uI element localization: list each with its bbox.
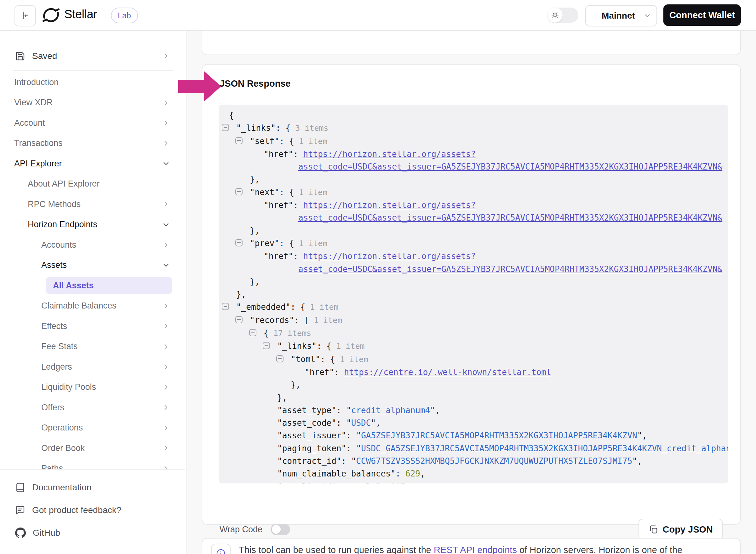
json-token: "href" <box>264 201 293 210</box>
chevron-right-icon <box>162 302 170 310</box>
json-link[interactable]: https://centre.io/.well-known/stellar.to… <box>344 368 551 377</box>
json-token: }, <box>250 277 259 286</box>
json-link[interactable]: asset_code=USDC&asset_issuer=GA5ZSEJYB37… <box>298 213 722 222</box>
sidebar-item-label: All Assets <box>46 277 172 294</box>
json-token: 1 item <box>335 355 368 364</box>
json-link[interactable]: asset_code=USDC&asset_issuer=GA5ZSEJYB37… <box>298 264 722 274</box>
sidebar-item-label: Ledgers <box>41 362 72 372</box>
sidebar-collapse-button[interactable] <box>14 5 36 26</box>
collapse-toggle-icon[interactable] <box>276 355 284 363</box>
json-token: : " <box>346 444 361 453</box>
json-token: "_links" <box>277 341 316 351</box>
sidebar-item-all-assets[interactable]: All Assets <box>0 275 185 296</box>
sidebar-item-paths[interactable]: Paths <box>0 458 185 469</box>
sidebar-item-offers[interactable]: Offers <box>0 397 185 418</box>
json-token: USDC_GA5ZSEJYB37JRC5AVCIA5MOP4RHTM335X2K… <box>361 444 728 453</box>
collapse-sidebar-icon <box>20 11 30 20</box>
collapse-toggle-icon[interactable] <box>222 124 229 131</box>
collapse-toggle-icon[interactable] <box>263 342 270 349</box>
wrap-code-toggle[interactable] <box>271 524 290 535</box>
json-response-title: JSON Response <box>220 78 291 89</box>
json-line: }, <box>219 379 728 391</box>
wrap-code-row: Wrap Code <box>220 519 290 540</box>
sidebar-item-fee-stats[interactable]: Fee Stats <box>0 337 185 357</box>
json-line: "asset_issuer": "GA5ZSEJYB37JRC5AVCIA5MO… <box>219 429 728 442</box>
json-token: 17 items <box>269 329 311 338</box>
json-token: , <box>420 469 425 478</box>
logo-text: Stellar <box>64 8 97 21</box>
network-select[interactable]: Mainnet <box>585 5 657 26</box>
json-token: 1 item <box>309 316 342 325</box>
sidebar-item-effects[interactable]: Effects <box>0 316 185 337</box>
sidebar-item-rpc-methods[interactable]: RPC Methods <box>0 194 185 215</box>
collapse-toggle-icon[interactable] <box>235 316 242 323</box>
network-label: Mainnet <box>602 11 635 21</box>
sidebar-item-order-book[interactable]: Order Book <box>0 438 185 458</box>
json-token: }, <box>277 393 287 402</box>
sidebar-item-about-api-explorer[interactable]: About API Explorer <box>0 174 185 195</box>
json-token: "toml" <box>291 354 321 364</box>
json-token: 1 item <box>294 188 327 197</box>
sidebar-item-introduction[interactable]: Introduction <box>0 72 185 93</box>
collapse-toggle-icon[interactable] <box>222 303 229 310</box>
sidebar-item-claimable-balances[interactable]: Claimable Balances <box>0 296 185 316</box>
json-link[interactable]: asset_code=USDC&asset_issuer=GA5ZSEJYB37… <box>298 162 722 171</box>
sidebar-item-saved[interactable]: Saved <box>0 44 185 69</box>
sidebar-item-liquidity-pools[interactable]: Liquidity Pools <box>0 377 185 398</box>
sidebar-footer-item-github[interactable]: GitHub <box>0 523 185 543</box>
collapse-toggle-icon[interactable] <box>249 329 256 336</box>
sidebar-item-operations[interactable]: Operations <box>0 418 185 438</box>
json-link[interactable]: https://horizon.stellar.org/assets? <box>303 149 476 159</box>
chevron-right-icon <box>162 363 170 371</box>
sidebar-item-label: RPC Methods <box>28 200 81 209</box>
copy-json-button[interactable]: Copy JSON <box>639 519 723 540</box>
json-token: 629 <box>405 469 420 478</box>
collapse-toggle-icon[interactable] <box>235 239 242 246</box>
chevron-down-icon <box>643 12 651 20</box>
json-token: }, <box>250 175 259 184</box>
chevron-right-icon <box>162 444 170 452</box>
sidebar-item-ledgers[interactable]: Ledgers <box>0 357 185 377</box>
json-line: }, <box>219 391 728 404</box>
json-link[interactable]: https://horizon.stellar.org/assets? <box>303 201 476 210</box>
sidebar-item-view-xdr[interactable]: View XDR <box>0 93 185 113</box>
sidebar-item-label: Introduction <box>14 77 59 87</box>
save-icon <box>15 51 25 61</box>
sidebar-item-label: Horizon Endpoints <box>28 220 97 229</box>
sidebar-item-assets[interactable]: Assets <box>0 255 185 276</box>
json-token: : { <box>279 187 294 197</box>
json-token: : <box>293 149 303 159</box>
json-token: }, <box>250 226 259 235</box>
json-token: "prev" <box>250 238 279 248</box>
json-line: "num_liquidity_pools": 107, <box>219 480 728 484</box>
sidebar-footer-item-got-product-feedback-[interactable]: Got product feedback? <box>0 500 185 520</box>
json-token: 1 item <box>305 302 338 312</box>
chevron-right-icon <box>162 403 170 411</box>
sidebar-item-transactions[interactable]: Transactions <box>0 133 185 154</box>
chevron-right-icon <box>162 119 170 127</box>
chevron-right-icon <box>162 200 170 208</box>
json-link[interactable]: https://horizon.stellar.org/assets? <box>303 252 476 261</box>
json-token: : <box>381 482 391 484</box>
theme-toggle[interactable] <box>547 8 578 23</box>
main-content: JSON Response {"_links": { 3 items"self"… <box>186 30 756 554</box>
json-line: asset_code=USDC&asset_issuer=GA5ZSEJYB37… <box>219 212 728 224</box>
sidebar-item-label: About API Explorer <box>28 179 100 189</box>
chevron-down-icon <box>162 221 170 229</box>
app-header: Stellar Lab Mainnet Connect Wallet <box>0 0 756 31</box>
sidebar-item-horizon-endpoints[interactable]: Horizon Endpoints <box>0 215 185 235</box>
json-line: asset_code=USDC&asset_issuer=GA5ZSEJYB37… <box>219 263 728 275</box>
collapse-toggle-icon[interactable] <box>235 137 242 144</box>
json-code-lines: {"_links": { 3 items"self": { 1 item"hre… <box>219 105 728 484</box>
rest-api-endpoints-link[interactable]: REST API endpoints <box>434 545 517 554</box>
sidebar-item-label: Claimable Balances <box>41 301 117 311</box>
sidebar-item-accounts[interactable]: Accounts <box>0 235 185 255</box>
sun-icon <box>550 11 560 19</box>
copy-json-label: Copy JSON <box>662 524 713 535</box>
sidebar-item-label: Liquidity Pools <box>41 382 96 392</box>
sidebar-item-account[interactable]: Account <box>0 113 185 133</box>
sidebar-footer-item-documentation[interactable]: Documentation <box>0 478 185 498</box>
sidebar-item-api-explorer[interactable]: API Explorer <box>0 154 185 174</box>
collapse-toggle-icon[interactable] <box>235 188 242 196</box>
connect-wallet-button[interactable]: Connect Wallet <box>663 4 741 26</box>
